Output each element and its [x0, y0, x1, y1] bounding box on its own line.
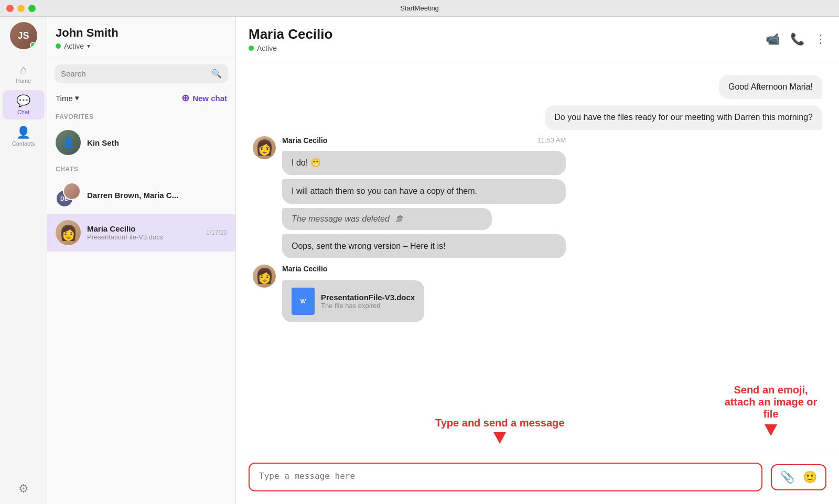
message-bubble-deleted: The message was deleted 🗑 — [282, 208, 492, 230]
message-bubble-attach: I will attach them so you can have a cop… — [282, 179, 566, 203]
file-details: PresentationFile-V3.docx The file has ex… — [321, 293, 415, 310]
message-avatar-maria: 👩 — [253, 136, 276, 159]
chevron-down-icon[interactable]: ▾ — [87, 42, 90, 50]
avatar-status-dot — [30, 42, 36, 48]
nav-bottom: ⚙ — [18, 482, 29, 496]
attach-icon[interactable]: 📎 — [780, 470, 794, 484]
chat-header-actions: 📹 📞 ⋮ — [766, 32, 826, 46]
settings-icon[interactable]: ⚙ — [18, 482, 29, 495]
contact-status-dot — [249, 46, 254, 51]
message-meta: Maria Cecilio 11:53 AM — [282, 136, 566, 145]
message-sent-2: Do you have the files ready for our meet… — [253, 105, 822, 129]
message-sent-1: Good Afternoon Maria! — [253, 75, 822, 99]
contact-time: 1/17/20 — [206, 229, 227, 236]
contact-status-text: Active — [257, 44, 277, 52]
chat-contact-name: Maria Cecilio — [249, 26, 332, 42]
close-button[interactable] — [6, 5, 14, 12]
chat-input-area: 📎 🙂 Type and send a message Send an emoj… — [236, 454, 839, 504]
message-bubble: Good Afternoon Maria! — [719, 75, 822, 99]
chat-messages: Good Afternoon Maria! Do you have the fi… — [236, 62, 839, 454]
user-status: Active ▾ — [56, 42, 227, 50]
new-chat-icon: ⊕ — [181, 92, 189, 104]
message-received-group-1: 👩 Maria Cecilio 11:53 AM I do! 😁 I will … — [253, 136, 822, 258]
app-body: JS ⌂ Home 💬 Chat 👤 Contacts ⚙ John Smith — [0, 17, 839, 504]
user-name: John Smith — [56, 26, 227, 40]
chevron-down-icon: ▾ — [75, 93, 79, 103]
contact-preview: PresentationFile-V3.docx — [87, 233, 200, 241]
traffic-lights — [6, 5, 36, 12]
emoji-icon[interactable]: 🙂 — [803, 470, 817, 484]
chat-contact-status: Active — [249, 44, 332, 52]
message-sender-2: Maria Cecilio — [282, 265, 424, 273]
user-avatar[interactable]: JS — [10, 22, 37, 49]
sidebar-item-chat[interactable]: 💬 Chat — [3, 90, 45, 119]
contact-item-kin-seth[interactable]: 👤 Kin Seth — [47, 124, 235, 161]
nav-items: ⌂ Home 💬 Chat 👤 Contacts — [0, 59, 47, 151]
contact-info-kin-seth: Kin Seth — [87, 138, 227, 147]
chat-main: Maria Cecilio Active 📹 📞 ⋮ Good Afternoo… — [236, 17, 839, 504]
chat-list-panel: John Smith Active ▾ 🔍 Time ▾ ⊕ New chat … — [47, 17, 236, 504]
message-bubble-emoji: I do! 😁 — [282, 151, 566, 175]
chats-section-label: CHATS — [47, 161, 235, 176]
search-input[interactable] — [61, 69, 207, 78]
search-icon: 🔍 — [211, 69, 222, 79]
app-title: StartMeeting — [400, 4, 439, 12]
user-header: John Smith Active ▾ — [47, 17, 235, 58]
time-filter-label: Time — [56, 94, 73, 103]
contact-avatar-maria: 👩 — [56, 220, 81, 245]
chat-contact-info: Maria Cecilio Active — [249, 26, 332, 52]
message-time: 11:53 AM — [537, 136, 566, 144]
favorites-section-label: FAVORITES — [47, 109, 235, 124]
message-bubble: Do you have the files ready for our meet… — [545, 105, 822, 129]
contact-info-maria: Maria Cecilio PresentationFile-V3.docx — [87, 224, 200, 241]
new-chat-label: New chat — [192, 94, 227, 103]
sidebar-item-home[interactable]: ⌂ Home — [3, 59, 45, 88]
user-status-text: Active — [64, 42, 84, 50]
group-avatar-front — [63, 182, 81, 200]
message-content: Maria Cecilio 11:53 AM I do! 😁 I will at… — [282, 136, 566, 258]
phone-call-icon[interactable]: 📞 — [790, 32, 804, 46]
input-actions-wrapper: 📎 🙂 — [771, 464, 826, 490]
message-received-group-2: 👩 Maria Cecilio W PresentationFile-V3.do… — [253, 265, 822, 322]
message-avatar-maria-2: 👩 — [253, 265, 276, 288]
nav-sidebar: JS ⌂ Home 💬 Chat 👤 Contacts ⚙ — [0, 17, 47, 504]
file-status: The file has expired — [321, 302, 415, 310]
maximize-button[interactable] — [28, 5, 36, 12]
message-sender: Maria Cecilio — [282, 136, 327, 145]
chat-actions: Time ▾ ⊕ New chat — [47, 89, 235, 109]
contact-avatar-kin-seth: 👤 — [56, 130, 81, 155]
message-input[interactable] — [259, 471, 752, 481]
minimize-button[interactable] — [17, 5, 25, 12]
contact-name: Kin Seth — [87, 138, 227, 147]
trash-icon: 🗑 — [395, 214, 403, 224]
video-call-icon[interactable]: 📹 — [766, 32, 780, 46]
chat-header: Maria Cecilio Active 📹 📞 ⋮ — [236, 17, 839, 62]
chat-icon: 💬 — [16, 94, 30, 108]
title-bar: StartMeeting — [0, 0, 839, 17]
new-chat-button[interactable]: ⊕ New chat — [181, 92, 227, 104]
contacts-icon: 👤 — [16, 126, 30, 139]
deleted-text: The message was deleted — [292, 214, 390, 224]
word-file-icon: W — [292, 288, 315, 315]
message-content-file: Maria Cecilio W PresentationFile-V3.docx… — [282, 265, 424, 322]
contact-item-group[interactable]: DB Darren Brown, Maria C... — [47, 176, 235, 214]
message-file-bubble[interactable]: W PresentationFile-V3.docx The file has … — [282, 280, 424, 322]
group-avatar: DB — [56, 182, 81, 207]
message-bubble-oops: Oops, sent the wrong version – Here it i… — [282, 234, 566, 258]
file-name: PresentationFile-V3.docx — [321, 293, 415, 302]
contact-name: Darren Brown, Maria C... — [87, 191, 227, 200]
contact-info-group: Darren Brown, Maria C... — [87, 191, 227, 200]
search-bar: 🔍 — [55, 64, 228, 83]
more-options-icon[interactable]: ⋮ — [815, 32, 826, 46]
user-status-dot — [56, 43, 61, 49]
sidebar-item-contacts[interactable]: 👤 Contacts — [3, 122, 45, 151]
time-filter[interactable]: Time ▾ — [56, 93, 79, 103]
contact-item-maria[interactable]: 👩 Maria Cecilio PresentationFile-V3.docx… — [47, 214, 235, 251]
contact-name: Maria Cecilio — [87, 224, 200, 233]
message-input-wrapper — [249, 463, 762, 491]
home-icon: ⌂ — [20, 63, 27, 76]
